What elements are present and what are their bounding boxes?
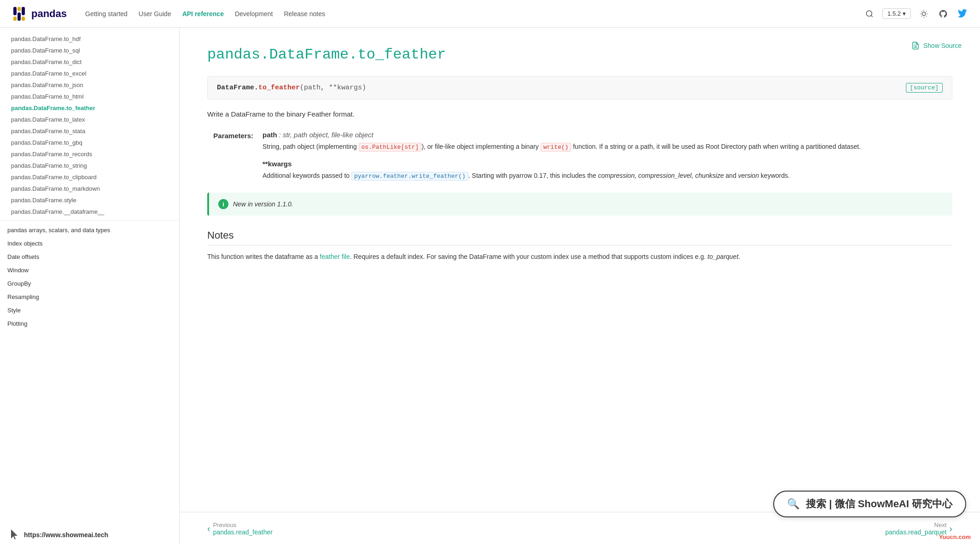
params-content-kwargs: **kwargs Additional keywords passed to p…: [262, 160, 952, 182]
logo[interactable]: pandas: [11, 6, 67, 22]
params-content-path: path : str, path object, file-like objec…: [262, 131, 952, 152]
svg-line-7: [871, 15, 873, 17]
prev-nav-inner: ‹ Previous pandas.read_feather: [207, 522, 273, 536]
version-text: 1.5.2: [887, 10, 901, 17]
nav-getting-started[interactable]: Getting started: [85, 10, 128, 18]
sidebar-item-to-clipboard[interactable]: pandas.DataFrame.to_clipboard: [0, 171, 179, 183]
show-source-bar[interactable]: Show Source: [911, 41, 962, 50]
source-link[interactable]: [source]: [906, 83, 943, 93]
svg-line-12: [926, 16, 927, 16]
show-source-label: Show Source: [923, 42, 962, 49]
sidebar-divider-1: [0, 220, 179, 221]
info-icon: i: [218, 199, 228, 209]
bottom-watermark-right: Yuucn.com: [939, 533, 971, 540]
sidebar-item-to-excel[interactable]: pandas.DataFrame.to_excel: [0, 68, 179, 79]
yuucn-text: Yuucn.com: [939, 533, 971, 540]
param-path-name: path: [262, 131, 277, 139]
prev-label: Previous: [213, 522, 273, 528]
version-chevron-icon: ▾: [903, 10, 906, 17]
nav-release-notes[interactable]: Release notes: [284, 10, 325, 18]
nav-api-reference[interactable]: API reference: [182, 10, 224, 18]
kwargs-desc-post: . Starting with pyarrow 0.17, this inclu…: [468, 172, 598, 179]
github-icon[interactable]: [937, 7, 950, 20]
svg-rect-3: [18, 7, 21, 11]
version-note: i New in version 1.1.0.: [207, 193, 952, 216]
sidebar-section-index[interactable]: Index objects: [0, 237, 179, 250]
sidebar-item-to-dict[interactable]: pandas.DataFrame.to_dict: [0, 56, 179, 68]
sidebar-item-to-gbq[interactable]: pandas.DataFrame.to_gbq: [0, 137, 179, 148]
watermark-search-icon: 🔍: [787, 498, 799, 510]
bottom-watermark-left: https://www.showmeai.tech: [9, 529, 108, 540]
param-path-desc-post: function. If a string or a path, it will…: [571, 143, 861, 150]
sig-class: DataFrame.: [217, 84, 258, 92]
svg-point-8: [922, 12, 926, 16]
sidebar-item-style[interactable]: pandas.DataFrame.style: [0, 194, 179, 206]
param-path-desc-mid: ), or file-like object implementing a bi…: [421, 143, 540, 150]
prev-page-link[interactable]: pandas.read_feather: [213, 528, 273, 536]
sidebar-section-plotting[interactable]: Plotting: [0, 317, 179, 330]
sidebar-item-to-string[interactable]: pandas.DataFrame.to_string: [0, 160, 179, 171]
sidebar-item-to-sql[interactable]: pandas.DataFrame.to_sql: [0, 45, 179, 56]
sig-params: (path, **kwargs): [300, 84, 366, 92]
version-selector[interactable]: 1.5.2 ▾: [882, 8, 911, 19]
twitter-icon[interactable]: [956, 7, 969, 20]
param-path-type: : str, path object, file-like object: [279, 131, 373, 139]
sidebar-item-to-json[interactable]: pandas.DataFrame.to_json: [0, 79, 179, 91]
sidebar-item-to-stata[interactable]: pandas.DataFrame.to_stata: [0, 125, 179, 137]
next-page-link[interactable]: pandas.read_parquet: [885, 528, 946, 536]
svg-line-15: [921, 16, 922, 16]
kwargs-italic2: version: [738, 172, 759, 179]
notes-italic: to_parquet: [707, 253, 738, 260]
sidebar-item-to-html[interactable]: pandas.DataFrame.to_html: [0, 91, 179, 102]
nav-user-guide[interactable]: User Guide: [139, 10, 171, 18]
watermark-url: https://www.showmeai.tech: [24, 531, 108, 539]
watermark-text: 搜索 | 微信 ShowMeAI 研究中心: [806, 497, 952, 511]
param-kwargs-name: **kwargs: [262, 160, 292, 168]
prev-arrow-icon: ‹: [207, 523, 210, 534]
sidebar-item-to-records[interactable]: pandas.DataFrame.to_records: [0, 148, 179, 160]
notes-text-post: .: [738, 253, 740, 260]
logo-text: pandas: [31, 8, 67, 20]
sidebar-section-arrays[interactable]: pandas arrays, scalars, and data types: [0, 223, 179, 237]
svg-rect-0: [13, 7, 17, 15]
sidebar-item-to-hdf[interactable]: pandas.DataFrame.to_hdf: [0, 33, 179, 45]
param-kwargs-desc: Additional keywords passed to pyarrow.fe…: [262, 170, 952, 182]
svg-line-16: [926, 11, 927, 12]
main-content: Show Source pandas.DataFrame.to_feather …: [180, 28, 980, 512]
notes-text: This function writes the dataframe as a …: [207, 251, 952, 263]
svg-rect-1: [13, 17, 17, 21]
top-nav: pandas Getting started User Guide API re…: [0, 0, 980, 28]
sidebar-section-style[interactable]: Style: [0, 304, 179, 317]
sig-method: to_feather: [258, 84, 300, 92]
param-path-desc: String, path object (implementing os.Pat…: [262, 141, 952, 152]
sidebar-item-to-latex[interactable]: pandas.DataFrame.to_latex: [0, 114, 179, 125]
search-icon[interactable]: [863, 7, 876, 20]
document-icon: [911, 41, 920, 50]
main-layout: pandas.DataFrame.to_hdf pandas.DataFrame…: [0, 28, 980, 545]
notes-section: Notes This function writes the dataframe…: [207, 229, 952, 263]
notes-title: Notes: [207, 229, 952, 246]
sidebar-section-date[interactable]: Date offsets: [0, 250, 179, 264]
params-label: Parameters:: [207, 131, 253, 152]
params-row-path: Parameters: path : str, path object, fil…: [207, 131, 952, 152]
next-label: Next: [885, 522, 946, 528]
sidebar-section-window[interactable]: Window: [0, 264, 179, 277]
nav-development[interactable]: Development: [235, 10, 273, 18]
sidebar-item-dataframe[interactable]: pandas.DataFrame.__dataframe__: [0, 206, 179, 217]
feather-file-link[interactable]: feather file: [320, 253, 350, 260]
sidebar-section-groupby[interactable]: GroupBy: [0, 277, 179, 290]
theme-toggle-icon[interactable]: [917, 7, 930, 20]
version-text: New in version 1.1.0.: [233, 200, 293, 208]
parameters-section: Parameters: path : str, path object, fil…: [207, 131, 952, 182]
param-path-desc-pre: String, path object (implementing: [262, 143, 359, 150]
sidebar-section-resampling[interactable]: Resampling: [0, 290, 179, 304]
sidebar-item-to-markdown[interactable]: pandas.DataFrame.to_markdown: [0, 183, 179, 194]
notes-text-mid: . Requires a default index. For saving t…: [350, 253, 708, 260]
param-kwargs-header: **kwargs: [262, 160, 952, 168]
code-ospathlike: os.PathLike[str]: [359, 143, 422, 152]
notes-text-pre: This function writes the dataframe as a: [207, 253, 320, 260]
cursor-icon: [9, 529, 20, 540]
kwargs-post2: keywords.: [759, 172, 790, 179]
sidebar-item-to-feather[interactable]: pandas.DataFrame.to_feather: [0, 102, 179, 114]
page-title: pandas.DataFrame.to_feather: [207, 46, 952, 63]
